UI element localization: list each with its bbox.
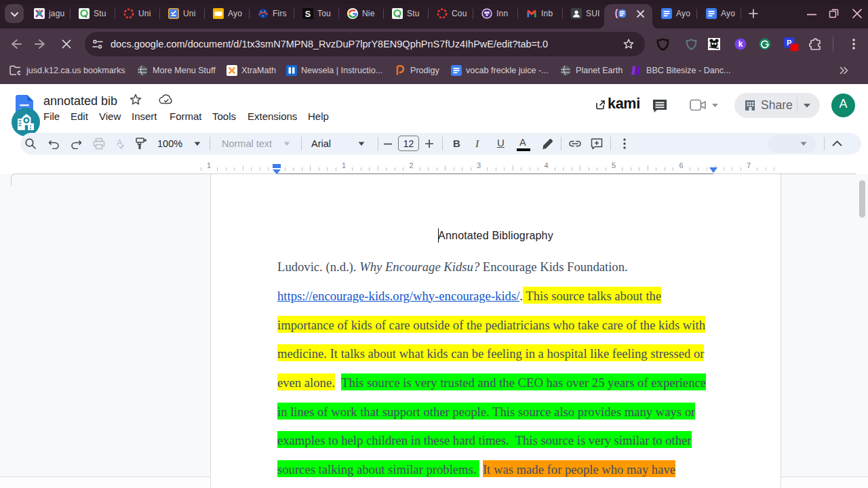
svg-text:k: k	[738, 39, 743, 49]
svg-text:S: S	[305, 9, 311, 19]
